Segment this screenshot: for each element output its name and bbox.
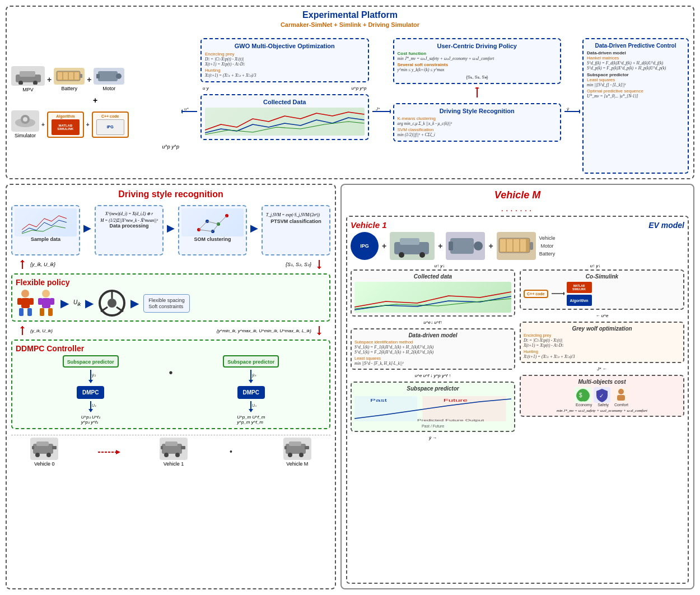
data-driven-model-box: Data-driven model Subspace identificatio… [351, 328, 515, 370]
simulator-icon [11, 110, 39, 132]
subspace-box-2: Subspace predictor [223, 355, 279, 368]
arrow-3: ▶ [250, 205, 258, 234]
svg-line-32 [199, 221, 207, 230]
vehicle1-inner: Vehicle 1 EV model IPG + [346, 216, 689, 584]
output-sig-label: {S₁, S₂, S₃} [286, 262, 311, 267]
svg-rect-42 [21, 298, 30, 308]
motor-ev-icon [446, 232, 485, 260]
ds-title: Driving Style Recognition [398, 108, 557, 114]
vehicle-label: Vehicle [539, 235, 556, 241]
vehicle0-icon [30, 438, 58, 460]
output-signal-2: {y^min_ik, y^max_ik, U^min_ik, U^max_ik,… [217, 325, 325, 336]
svg-rect-12 [96, 74, 100, 78]
econ-labels: Economy Safety Comfort [524, 403, 680, 407]
collected-data-title: Collected data [354, 273, 511, 280]
svg-point-91 [288, 453, 292, 457]
gwo-title: GWO Multi-Objective Optimization [205, 43, 365, 49]
driving-style-box: Driving Style Recognition K-means cluste… [393, 103, 562, 142]
battery-display [54, 68, 85, 85]
uv-yv-signals: u↑ y↓ u↑ y↓ [351, 262, 684, 269]
ipg-text: IPG [360, 243, 369, 249]
hankel-formula1: S^d_f(k) = F_d(k)X^d_f(k) + H_d(k)U^d_f(… [587, 61, 684, 66]
svg-marker-38 [20, 260, 25, 262]
u1-label: u↑ y↓ [435, 263, 445, 268]
hankel-label: Hankel matrices [587, 55, 684, 61]
left-bottom: Driving style recognition Sample data ▶ [6, 184, 336, 589]
fp-content: ▶ Uik ▶ ▶ [16, 289, 326, 317]
fp-bullet-1: Flexible spacing [148, 298, 185, 303]
soft-constraints-label: Several soft constraints [398, 62, 557, 67]
svg-rect-86 [181, 446, 185, 449]
som-label: SOM clustering [181, 236, 244, 242]
svg-rect-50 [48, 308, 53, 316]
vehicle0-item: Vehicle 0 [30, 438, 58, 467]
svg-text:Past: Past [370, 398, 388, 403]
ddm-formula1: S^d_1(k) = F_1(k)X^d_1(k) + H_1(k)U^d_1(… [354, 345, 511, 350]
svg-rect-51 [38, 298, 43, 305]
plus-4: + [86, 122, 90, 128]
svg-rect-46 [29, 298, 34, 305]
robot-row: Vehicle 0 [11, 435, 330, 469]
svg-rect-106 [520, 239, 526, 252]
svg-point-97 [399, 252, 404, 258]
fp-header: Flexible policy [16, 278, 326, 287]
fp-arrow-1: ▶ [60, 296, 69, 310]
svg-rect-43 [19, 308, 24, 316]
lb-title: Driving style recognition [11, 189, 330, 199]
kmeans-formula: arg min_c,μ Σ_k ||x_k - μ_c(k)||² [398, 121, 557, 126]
cos-logos: MATLABSIMULINK Algorithm [567, 282, 592, 306]
vehicle-m-title: Vehicle M [346, 189, 689, 201]
ddmpc-label: DDMPC Controller [16, 344, 84, 353]
u1-signal: u↑ y↓ [435, 263, 445, 268]
mo-formula: min J*_mv = ω₁J_safety + ω₂J_economy + ω… [524, 408, 680, 413]
dp-label: Data processing [98, 223, 160, 229]
svg-rect-9 [80, 74, 82, 78]
cos-algo-label: Algorithm [570, 299, 588, 303]
svm-label: SVM classification [398, 127, 557, 132]
svg-text:Uₘ: Uₘ [252, 403, 256, 407]
sets-label: {S₁, S₂, S₃} [398, 75, 557, 80]
svg-marker-40 [317, 267, 321, 269]
svg-rect-79 [32, 446, 34, 449]
gwo-f3: X⃗(t+1) = (X⃗₁ + X⃗₂ + X⃗₃)/3 [524, 354, 680, 359]
opt-seq-formula: U*_mv = [u*_0|... |u*_{N-1}] [587, 94, 684, 99]
cost-fn-label: Cost function [398, 51, 557, 56]
svg-rect-101 [449, 241, 453, 250]
collected-box: Collected Data [200, 94, 369, 140]
two-col-layout: Collected data u^e↓ u^f↑ [351, 269, 684, 440]
fp-arrow-2: ▶ [85, 296, 94, 310]
svg-rect-118 [617, 395, 625, 401]
subspace-left: Subspace predictor ŷ₁ DMPC [16, 355, 166, 425]
matlab-logo: MATLABSIMULINK [52, 119, 80, 135]
svg-line-33 [207, 221, 218, 224]
uc-constraints: y^min ≤ y_k(k+i|k) ≤ y^max [398, 67, 557, 72]
svg-point-84 [164, 453, 169, 457]
top-section: Experimental Platform Carmaker-SimNet + … [6, 6, 694, 179]
up-arrow-between [393, 87, 562, 100]
fp-bullet-box: Flexible spacing Soft constraints [143, 294, 190, 313]
vehicle-images-row: IPG + + [351, 232, 684, 260]
uc-title: User-Centric Driving Policy [398, 43, 557, 49]
ddm-formula3: min ||S^d - [F_k, H_k]·L_k||² [354, 361, 511, 366]
svg-text:Future: Future [444, 398, 468, 403]
user-centric-box: User-Centric Driving Policy Cost functio… [393, 38, 562, 84]
page-container: Experimental Platform Carmaker-SimNet + … [0, 0, 700, 595]
svg-marker-59 [20, 326, 25, 328]
gwo-formula3: X⃗(t+1) = (X⃗₁ + X⃗₂ + X⃗₃)/3 [205, 73, 365, 78]
v1-header: Vehicle 1 EV model [351, 220, 684, 230]
econ-label: Economy [576, 403, 592, 407]
least-squares-label: Least squares [587, 77, 684, 82]
subspace-id-label: Subspace identification method [354, 340, 511, 345]
gwo-f1: D⃗ = |C⃗·X⃗p(t) - X⃗(t)| [524, 338, 680, 343]
svg-marker-17 [181, 109, 183, 114]
collected-chart-mini [354, 282, 511, 313]
svg-rect-103 [500, 239, 506, 252]
output-sig2-label: {y^min_ik, y^max_ik, U^min_ik, U^max_ik,… [217, 328, 311, 333]
svg-rect-48 [42, 298, 50, 308]
dd-content: Data-driven model Hankel matrices S^d_f(… [587, 50, 684, 99]
svg-line-35 [199, 230, 213, 231]
svg-point-77 [46, 453, 51, 457]
arrow-to-gwo: u* [181, 38, 198, 174]
top-section-inner: MPV + [11, 11, 689, 174]
exp-platform: MPV + [11, 38, 179, 174]
